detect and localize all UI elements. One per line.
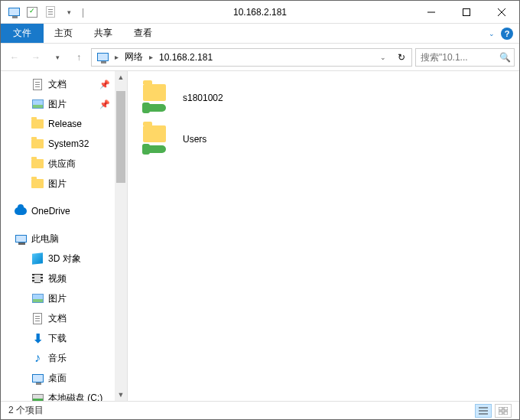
nav-tree: 文档📌 图片📌 Release System32 供应商 图片 OneDrive… xyxy=(1,71,127,401)
address-root-icon[interactable] xyxy=(93,49,112,66)
address-history-dropdown[interactable]: ⌄ xyxy=(375,49,392,66)
window-controls xyxy=(414,1,519,24)
qat-properties-icon[interactable] xyxy=(24,4,41,21)
search-box[interactable]: 🔍 xyxy=(415,48,515,67)
sidebar-item-label: 视频 xyxy=(48,272,67,285)
forward-button[interactable]: → xyxy=(27,48,45,67)
address-segment-host[interactable]: 10.168.2.181 xyxy=(156,49,216,66)
sidebar-item-onedrive[interactable]: OneDrive xyxy=(1,201,127,221)
shared-folder-icon xyxy=(140,83,171,113)
maximize-button[interactable] xyxy=(449,1,484,24)
address-bar[interactable]: ▸ 网络 ▸ 10.168.2.181 ⌄ ↻ xyxy=(91,48,412,67)
thumbnails-view-button[interactable] xyxy=(495,404,512,418)
chevron-right-icon[interactable]: ▸ xyxy=(148,53,154,61)
window-title: 10.168.2.181 xyxy=(233,7,287,18)
explorer-window: ▾ | 10.168.2.181 文件 主页 共享 查看 ⌄ ? ← → ▾ ↑… xyxy=(0,0,520,420)
scroll-up-button[interactable]: ▲ xyxy=(115,71,127,83)
ribbon-tab-view[interactable]: 查看 xyxy=(123,24,163,43)
ribbon-tab-home[interactable]: 主页 xyxy=(44,24,83,43)
sidebar-item-label: OneDrive xyxy=(31,206,70,217)
music-icon: ♪ xyxy=(31,352,44,364)
sidebar-item-label: Release xyxy=(48,119,82,129)
sidebar-item-suppliers[interactable]: 供应商 xyxy=(1,154,127,174)
sidebar-item-label: System32 xyxy=(48,138,89,149)
download-icon: ⬇ xyxy=(31,332,44,344)
sidebar-item-music[interactable]: ♪音乐 xyxy=(1,348,127,368)
sidebar-item-label: 本地磁盘 (C:) xyxy=(48,392,102,402)
scroll-down-button[interactable]: ▼ xyxy=(115,389,127,401)
svg-rect-9 xyxy=(499,412,502,415)
refresh-button[interactable]: ↻ xyxy=(393,49,410,66)
ribbon-expand-chevron-icon[interactable]: ⌄ xyxy=(489,30,495,37)
sidebar-item-label: 3D 对象 xyxy=(48,252,81,265)
sidebar-item-pictures-pinned[interactable]: 图片📌 xyxy=(1,94,127,114)
sidebar-item-pictures2[interactable]: 图片 xyxy=(1,174,127,194)
recent-locations-dropdown[interactable]: ▾ xyxy=(48,48,67,67)
sidebar-item-release[interactable]: Release xyxy=(1,114,127,134)
sidebar-item-documents[interactable]: 文档 xyxy=(1,308,127,328)
search-input[interactable] xyxy=(419,51,511,63)
sidebar-item-pictures3[interactable]: 图片 xyxy=(1,288,127,308)
sidebar-item-downloads[interactable]: ⬇下载 xyxy=(1,328,127,348)
minimize-button[interactable] xyxy=(414,1,449,24)
pin-icon: 📌 xyxy=(99,99,110,109)
svg-rect-8 xyxy=(504,407,508,410)
sidebar-item-documents-pinned[interactable]: 文档📌 xyxy=(1,74,127,94)
pin-icon: 📌 xyxy=(99,80,110,90)
sidebar-item-videos[interactable]: 视频 xyxy=(1,269,127,288)
item-name: Users xyxy=(183,134,206,145)
sidebar-item-label: 供应商 xyxy=(48,158,76,171)
sidebar-item-label: 音乐 xyxy=(48,352,67,365)
back-button[interactable]: ← xyxy=(5,48,24,67)
scroll-thumb[interactable] xyxy=(116,91,125,183)
navbar: ← → ▾ ↑ ▸ 网络 ▸ 10.168.2.181 ⌄ ↻ 🔍 xyxy=(1,44,519,71)
sidebar-item-3d-objects[interactable]: 3D 对象 xyxy=(1,249,127,269)
list-item[interactable]: Users xyxy=(135,119,512,160)
list-item[interactable]: s1801002 xyxy=(135,77,512,119)
body: 文档📌 图片📌 Release System32 供应商 图片 OneDrive… xyxy=(1,71,519,401)
help-icon[interactable]: ? xyxy=(501,28,513,40)
ribbon-tab-file[interactable]: 文件 xyxy=(1,24,44,43)
address-segment-network[interactable]: 网络 xyxy=(122,49,146,66)
sidebar-item-label: 文档 xyxy=(48,312,67,325)
svg-rect-1 xyxy=(463,8,470,15)
titlebar-separator: | xyxy=(79,7,87,18)
sidebar-item-label: 此电脑 xyxy=(31,233,59,246)
shared-folder-icon xyxy=(140,124,171,155)
ribbon-tab-share[interactable]: 共享 xyxy=(83,24,123,43)
close-button[interactable] xyxy=(484,1,519,24)
sidebar-item-this-pc[interactable]: 此电脑 xyxy=(1,229,127,249)
quick-access-toolbar: ▾ | xyxy=(1,4,87,21)
search-icon[interactable]: 🔍 xyxy=(499,52,511,63)
nav-pane: 文档📌 图片📌 Release System32 供应商 图片 OneDrive… xyxy=(1,71,128,401)
status-item-count: 2 个项目 xyxy=(8,404,44,417)
statusbar: 2 个项目 xyxy=(1,401,519,419)
scroll-track[interactable] xyxy=(115,83,127,389)
item-name: s1801002 xyxy=(183,93,223,103)
qat-newfolder-icon[interactable] xyxy=(42,4,59,21)
sidebar-item-label: 图片 xyxy=(48,292,67,305)
sidebar-item-label: 文档 xyxy=(48,78,67,91)
ribbon: 文件 主页 共享 查看 ⌄ ? xyxy=(1,24,519,44)
sidebar-item-local-disk-c[interactable]: 本地磁盘 (C:) xyxy=(1,388,127,401)
chevron-right-icon[interactable]: ▸ xyxy=(113,53,120,61)
sidebar-item-label: 桌面 xyxy=(48,372,67,385)
details-view-button[interactable] xyxy=(475,404,492,418)
sidebar-item-label: 图片 xyxy=(48,98,67,111)
svg-rect-7 xyxy=(499,407,502,410)
sidebar-item-label: 图片 xyxy=(48,177,67,190)
sidebar-item-desktop[interactable]: 桌面 xyxy=(1,368,127,388)
sidebar-item-system32[interactable]: System32 xyxy=(1,134,127,154)
sidebar-item-label: 下载 xyxy=(48,332,67,345)
titlebar: ▾ | 10.168.2.181 xyxy=(1,1,519,24)
svg-rect-10 xyxy=(504,412,508,415)
up-button[interactable]: ↑ xyxy=(70,48,88,67)
system-menu-icon[interactable] xyxy=(5,4,22,21)
content-pane[interactable]: s1801002 Users xyxy=(128,71,519,401)
sidebar-scrollbar[interactable]: ▲ ▼ xyxy=(115,71,127,401)
qat-customize-dropdown[interactable]: ▾ xyxy=(60,4,77,21)
